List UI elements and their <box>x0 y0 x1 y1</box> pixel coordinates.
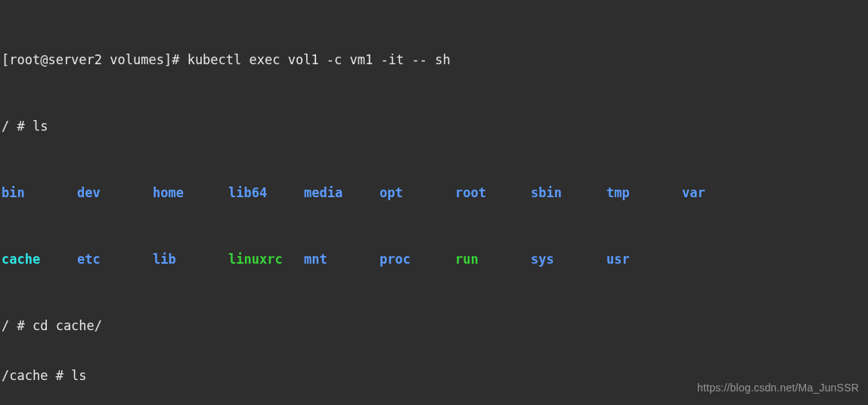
ls-item: lib64 <box>228 184 304 201</box>
ls-item: root <box>455 184 531 201</box>
ls-item: var <box>682 184 705 201</box>
prompt-line-1: [root@server2 volumes]# kubectl exec vol… <box>2 51 866 68</box>
ls-item: opt <box>380 184 455 201</box>
ls-item: run <box>455 251 531 267</box>
ls-row-2: cacheetcliblinuxrcmntprocrunsysusr <box>2 251 866 267</box>
ls-item: sys <box>531 251 606 267</box>
command: kubectl exec vol1 -c vm1 -it -- sh <box>188 52 451 67</box>
ls-row-1: bindevhomelib64mediaoptrootsbintmpvar <box>2 184 866 201</box>
ls-item: lib <box>153 251 228 267</box>
command: ls <box>33 119 48 134</box>
ls-item: mnt <box>304 251 380 267</box>
ls-item: proc <box>380 251 455 267</box>
watermark-text: https://blog.csdn.net/Ma_JunSSR <box>697 379 859 396</box>
prompt: / # <box>2 119 33 134</box>
ls-item: sbin <box>531 184 606 201</box>
output-line: / # cd cache/ <box>2 317 866 334</box>
ls-item: home <box>153 184 228 201</box>
ls-item: linuxrc <box>228 251 304 267</box>
ls-item: media <box>304 184 380 201</box>
ls-item: dev <box>77 184 153 201</box>
ls-item: tmp <box>606 184 682 201</box>
prompt-line-2: / # ls <box>2 118 866 134</box>
ls-item: usr <box>606 251 682 267</box>
prompt: [root@server2 volumes]# <box>2 52 188 67</box>
terminal[interactable]: [root@server2 volumes]# kubectl exec vol… <box>0 0 868 405</box>
ls-item: etc <box>77 251 153 267</box>
ls-item: bin <box>2 184 77 201</box>
ls-item: cache <box>2 251 77 267</box>
